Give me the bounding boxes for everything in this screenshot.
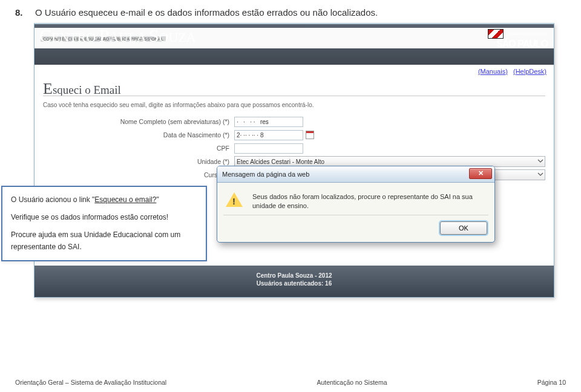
- data-input[interactable]: [234, 130, 303, 140]
- site-logo-text: CENTRO PAULA SOUZA: [39, 25, 196, 46]
- dialog-buttons: OK: [217, 218, 494, 242]
- footer-left: Orientação Geral – Sistema de Avaliação …: [15, 379, 166, 386]
- flag-icon: [488, 29, 504, 39]
- callout-line1: O Usuário acionou o link "Esqueceu o ema…: [11, 194, 197, 206]
- dialog-ok-button[interactable]: OK: [440, 221, 487, 235]
- site-banner: COMPETÊNCIA EM EDUCAÇÃO PÚBLICA PROFISSI…: [34, 24, 554, 65]
- callout-line2: Verifique se os dados informados estão c…: [11, 212, 197, 223]
- nome-label: Nome Completo (sem abreviaturas) (*): [43, 118, 234, 125]
- gov-top-text: GOVERNO DO ESTADO: [507, 32, 548, 36]
- footer-line1: Centro Paula Souza - 2012: [34, 272, 554, 279]
- callout-text: O Usuário acionou o link ": [11, 195, 94, 204]
- heading-big-letter: E: [43, 80, 53, 97]
- row-cpf: CPF: [43, 142, 545, 155]
- annotation-callout: O Usuário acionou o link "Esqueceu o ema…: [1, 186, 207, 261]
- alert-dialog: Mensagem da página da web ✕ Seus dados n…: [217, 166, 495, 243]
- cpf-input[interactable]: [234, 143, 303, 154]
- logo-part: ENTRO: [51, 30, 96, 45]
- callout-link-text: Esqueceu o email?: [94, 195, 156, 204]
- logo-letter: S: [149, 25, 159, 45]
- page-footer: Orientação Geral – Sistema de Avaliação …: [15, 379, 566, 386]
- nome-input[interactable]: [234, 117, 303, 127]
- page-item-number: 8.: [15, 7, 23, 18]
- footer-right: Página 10: [537, 379, 566, 386]
- dialog-message: Seus dados não foram localizados, procur…: [252, 192, 486, 211]
- warning-icon: [226, 192, 244, 209]
- divider: [43, 96, 545, 96]
- top-links: (Manuais) (HelpDesk): [478, 68, 547, 75]
- logo-part: AULA: [110, 30, 146, 45]
- helpdesk-link[interactable]: (HelpDesk): [513, 68, 547, 75]
- manuais-link[interactable]: (Manuais): [478, 68, 508, 75]
- unidade-label: Unidade (*): [43, 158, 234, 165]
- curso-label: Curso (*): [43, 171, 234, 178]
- gov-sp-text: SÃO PAULO: [496, 39, 548, 49]
- heading-rest: squeci o Email: [53, 83, 121, 96]
- calendar-icon[interactable]: [306, 131, 314, 139]
- dialog-titlebar: Mensagem da página da web ✕: [217, 166, 494, 183]
- app-footer: Centro Paula Souza - 2012 Usuários auten…: [34, 266, 554, 297]
- logo-letter: P: [99, 25, 110, 45]
- footer-center: Autenticação no Sistema: [317, 379, 387, 386]
- page-heading: O Usuário esqueceu e-mail e os dados inf…: [35, 7, 378, 18]
- footer-line2: Usuários autenticados: 16: [34, 280, 554, 287]
- callout-line3: Procure ajuda em sua Unidade Educacional…: [11, 229, 197, 252]
- row-nome: Nome Completo (sem abreviaturas) (*): [43, 115, 545, 128]
- cpf-label: CPF: [43, 145, 234, 152]
- data-label: Data de Nascimento (*): [43, 131, 234, 139]
- row-data: Data de Nascimento (*): [43, 128, 545, 142]
- dialog-body: Seus dados não foram localizados, procur…: [217, 183, 494, 215]
- logo-letter: C: [39, 25, 51, 45]
- dialog-divider: [223, 215, 488, 215]
- section-intro: Caso você tenha esquecido seu email, dig…: [43, 102, 314, 108]
- callout-text: ": [156, 195, 159, 204]
- logo-part: OUZA: [159, 30, 196, 45]
- dialog-title: Mensagem da página da web: [222, 171, 309, 178]
- dialog-close-button[interactable]: ✕: [469, 168, 492, 179]
- gov-logo: GOVERNO DO ESTADO SÃO PAULO: [488, 29, 548, 50]
